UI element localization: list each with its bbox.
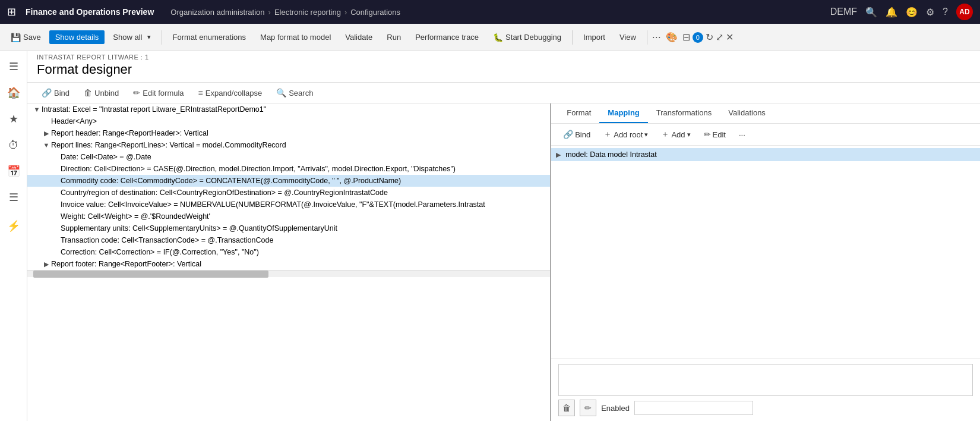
unbind-button[interactable]: 🗑 Unbind xyxy=(79,86,124,99)
view-button[interactable]: View xyxy=(614,30,642,44)
tree-item[interactable]: Header<Any> xyxy=(27,115,550,127)
bell-icon[interactable]: 🔔 xyxy=(886,7,897,18)
tab-transformations[interactable]: Transformations xyxy=(648,103,720,123)
top-right-icons: DEMF 🔍 🔔 😊 ⚙ ? AD xyxy=(830,4,973,20)
tree-item[interactable]: ▶Report footer: Range<ReportFooter>: Ver… xyxy=(27,258,550,270)
user-icon[interactable]: 😊 xyxy=(906,7,918,18)
right-bind-button[interactable]: 🔗 Bind xyxy=(558,128,595,141)
bind-button[interactable]: 🔗 Bind xyxy=(37,86,74,99)
tree-item-label: Intrastat: Excel = "Intrastat report Lit… xyxy=(42,105,545,114)
toolbar-more-icon[interactable]: ··· xyxy=(652,31,661,43)
tree-item[interactable]: Correction: Cell<Correction> = IF(@.Corr… xyxy=(27,246,550,258)
left-sidebar: ☰ 🏠 ★ ⏱ 📅 ☰ ⚡ xyxy=(0,51,27,421)
sidebar-calendar-icon[interactable]: 📅 xyxy=(3,161,24,182)
tab-mapping[interactable]: Mapping xyxy=(599,103,647,123)
tree-item[interactable]: Invoice value: Cell<InvoiceValue> = NUMB… xyxy=(27,199,550,211)
right-toolbar: 🔗 Bind ＋ Add root ▾ ＋ Add ▾ ✏ xyxy=(551,124,980,146)
bottom-actions: 🗑 ✏ Enabled xyxy=(558,400,973,416)
search-icon[interactable]: 🔍 xyxy=(865,7,877,18)
search-action-icon: 🔍 xyxy=(276,88,286,98)
tree-item[interactable]: Date: Cell<Date> = @.Date xyxy=(27,151,550,163)
breadcrumb-sep-1: › xyxy=(268,8,271,17)
tab-format[interactable]: Format xyxy=(558,103,599,123)
right-bottom: 🗑 ✏ Enabled xyxy=(551,359,980,421)
toolbar-close-icon[interactable]: ✕ xyxy=(726,32,734,43)
tree-item[interactable]: ▼Intrastat: Excel = "Intrastat report Li… xyxy=(27,103,550,115)
sidebar-star-icon[interactable]: ★ xyxy=(3,108,24,130)
avatar[interactable]: AD xyxy=(956,4,973,20)
enabled-label: Enabled xyxy=(601,404,630,413)
scrollbar-thumb[interactable] xyxy=(33,271,268,278)
app-grid-icon[interactable]: ⊞ xyxy=(7,5,16,18)
breadcrumb-org[interactable]: Organization administration xyxy=(170,8,264,17)
expand-collapse-button[interactable]: ≡ Expand/collapse xyxy=(194,86,267,99)
tree-item-label: Weight: Cell<Weight> = @.'$RoundedWeight… xyxy=(61,212,545,221)
help-icon[interactable]: ? xyxy=(943,7,948,17)
toolbar-refresh-icon[interactable]: ↻ xyxy=(706,32,713,43)
main-toolbar: 💾 Save Show details Show all Format enum… xyxy=(0,24,980,51)
tab-validations[interactable]: Validations xyxy=(720,103,774,123)
tree-item[interactable]: ▼Report lines: Range<ReportLines>: Verti… xyxy=(27,139,550,151)
toolbar-palette-icon[interactable]: 🎨 xyxy=(666,32,678,43)
save-button[interactable]: 💾 Save xyxy=(5,30,47,45)
edit-button[interactable]: ✏ Edit xyxy=(699,128,731,141)
tree-item-label: Supplementary units: Cell<SupplementaryU… xyxy=(61,224,545,233)
gear-icon[interactable]: ⚙ xyxy=(926,7,934,18)
tree-item-label: Commodity code: Cell<CommodityCode> = CO… xyxy=(61,177,545,185)
debug-icon: 🐛 xyxy=(493,33,503,42)
map-format-to-model-button[interactable]: Map format to model xyxy=(254,30,337,44)
top-nav: ⊞ Finance and Operations Preview Organiz… xyxy=(0,0,980,24)
tree-item[interactable]: Transaction code: Cell<TransactionCode> … xyxy=(27,234,550,246)
tree-item[interactable]: Supplementary units: Cell<SupplementaryU… xyxy=(27,222,550,234)
more-button[interactable]: ··· xyxy=(734,128,750,141)
expand-icon: ▶ xyxy=(42,130,51,137)
import-button[interactable]: Import xyxy=(577,30,611,44)
unbind-icon: 🗑 xyxy=(84,88,92,98)
performance-trace-button[interactable]: Performance trace xyxy=(409,30,485,44)
horizontal-scrollbar[interactable] xyxy=(27,270,550,277)
show-all-button[interactable]: Show all xyxy=(107,30,156,44)
edit-icon-button[interactable]: ✏ xyxy=(580,400,596,416)
tree-item[interactable]: Weight: Cell<Weight> = @.'$RoundedWeight… xyxy=(27,211,550,222)
save-icon: 💾 xyxy=(11,33,21,42)
add-button[interactable]: ＋ Add ▾ xyxy=(656,127,695,142)
edit-formula-button[interactable]: ✏ Edit formula xyxy=(128,86,188,99)
demf-label: DEMF xyxy=(830,7,857,17)
tree-item[interactable]: Direction: Cell<Direction> = CASE(@.Dire… xyxy=(27,163,550,175)
breadcrumb: Organization administration › Electronic… xyxy=(170,8,400,17)
toolbar-sep-3 xyxy=(647,30,647,45)
expand-icon: ▼ xyxy=(32,106,42,113)
toolbar-badge: 0 xyxy=(693,32,703,43)
tree-item[interactable]: Commodity code: Cell<CommodityCode> = CO… xyxy=(27,175,550,187)
expand-icon: ▶ xyxy=(42,260,51,268)
tree-item[interactable]: ▶Report header: Range<ReportHeader>: Ver… xyxy=(27,127,550,139)
toolbar-split-icon[interactable]: ⊟ xyxy=(682,32,690,43)
sidebar-home-icon[interactable]: 🏠 xyxy=(3,82,24,103)
tree-item-label: Country/region of destination: Cell<Coun… xyxy=(61,188,545,197)
sidebar-filter-icon[interactable]: ⚡ xyxy=(3,215,24,237)
model-item[interactable]: ▶ model: Data model Intrastat xyxy=(551,148,980,161)
add-root-icon: ＋ xyxy=(603,129,612,140)
start-debugging-button[interactable]: 🐛 Start Debugging xyxy=(487,30,567,45)
search-button[interactable]: 🔍 Search xyxy=(271,86,318,99)
tree-item[interactable]: Country/region of destination: Cell<Coun… xyxy=(27,187,550,199)
breadcrumb-config[interactable]: Configurations xyxy=(350,8,400,17)
sidebar-clock-icon[interactable]: ⏱ xyxy=(3,134,24,156)
format-enumerations-button[interactable]: Format enumerations xyxy=(167,30,252,44)
formula-textarea[interactable] xyxy=(558,364,973,396)
delete-icon-button[interactable]: 🗑 xyxy=(558,400,575,416)
sidebar-menu-icon[interactable]: ☰ xyxy=(3,56,24,77)
add-root-button[interactable]: ＋ Add root ▾ xyxy=(599,127,653,142)
sidebar-list-icon[interactable]: ☰ xyxy=(3,187,24,208)
expand-icon: ▼ xyxy=(42,142,51,149)
breadcrumb-er[interactable]: Electronic reporting xyxy=(274,8,341,17)
page-title: Format designer xyxy=(37,62,970,77)
show-details-button[interactable]: Show details xyxy=(49,30,105,44)
run-button[interactable]: Run xyxy=(381,30,407,44)
model-item-label: model: Data model Intrastat xyxy=(565,150,657,159)
enabled-input[interactable] xyxy=(634,401,753,415)
toolbar-expand-icon[interactable]: ⤢ xyxy=(716,32,723,43)
main-content: INTRASTAT REPORT LITWARE : 1 Format desi… xyxy=(27,51,980,421)
edit-formula-icon: ✏ xyxy=(133,88,140,98)
validate-button[interactable]: Validate xyxy=(339,30,378,44)
